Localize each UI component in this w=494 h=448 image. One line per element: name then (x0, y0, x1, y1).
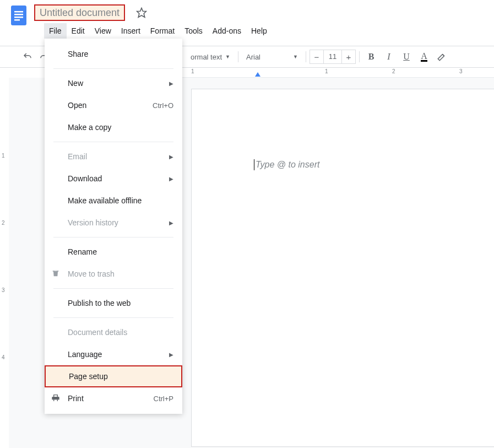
font-size-decrease[interactable]: − (310, 52, 323, 62)
menu-email[interactable]: Email▶ (45, 145, 182, 168)
menu-publish[interactable]: Publish to the web (45, 292, 182, 314)
svg-rect-2 (14, 14, 23, 15)
menu-format[interactable]: Format (145, 23, 180, 39)
insert-placeholder: Type @ to insert (256, 160, 319, 170)
ruler-num: 4 (2, 354, 5, 360)
text-caret (254, 159, 254, 170)
separator (53, 237, 173, 238)
separator (306, 51, 306, 62)
separator (53, 68, 173, 69)
separator (359, 51, 360, 62)
separator (53, 142, 173, 142)
shortcut-text: Ctrl+P (154, 395, 173, 403)
styles-label: ormal text (191, 53, 222, 61)
menu-page-setup[interactable]: Page setup (45, 365, 182, 387)
ruler-num: 2 (2, 220, 5, 226)
chevron-right-icon: ▶ (169, 154, 173, 160)
ruler-num: 2 (392, 68, 395, 74)
menu-version-history[interactable]: Version history▶ (45, 212, 182, 234)
undo-icon[interactable] (20, 49, 35, 64)
font-size-stepper: − 11 + (310, 50, 356, 64)
chevron-down-icon: ▼ (293, 54, 298, 60)
menu-doc-details[interactable]: Document details (45, 321, 182, 343)
docs-logo[interactable] (8, 4, 30, 26)
document-title[interactable]: Untitled document (34, 4, 125, 21)
menu-bar: File Edit View Insert Format Tools Add-o… (44, 23, 272, 39)
menu-share[interactable]: Share (45, 43, 182, 65)
menu-insert[interactable]: Insert (116, 23, 145, 39)
chevron-right-icon: ▶ (169, 220, 173, 226)
highlighter-icon[interactable] (433, 49, 450, 64)
print-icon (51, 393, 60, 404)
menu-language[interactable]: Language▶ (45, 343, 182, 365)
font-label: Arial (246, 53, 260, 61)
ruler-num: 3 (2, 287, 5, 293)
chevron-right-icon: ▶ (169, 352, 173, 358)
trash-icon (51, 269, 60, 279)
svg-rect-0 (11, 6, 26, 25)
chevron-right-icon: ▶ (169, 176, 173, 182)
menu-rename[interactable]: Rename (45, 241, 182, 263)
page[interactable]: Type @ to insert (191, 89, 494, 447)
svg-marker-5 (137, 8, 146, 18)
menu-new[interactable]: New▶ (45, 72, 182, 94)
ruler-num: 1 (2, 153, 5, 159)
menu-offline[interactable]: Make available offline (45, 190, 182, 212)
menu-view[interactable]: View (90, 23, 116, 39)
menu-file[interactable]: File (44, 23, 67, 39)
separator (238, 51, 238, 62)
menu-help[interactable]: Help (246, 23, 272, 39)
font-dropdown[interactable]: Arial ▼ (242, 49, 302, 64)
underline-button[interactable]: U (398, 49, 415, 64)
menu-move-trash[interactable]: Move to trash (45, 263, 182, 285)
svg-rect-3 (14, 17, 23, 18)
shortcut-text: Ctrl+O (153, 101, 173, 110)
italic-button[interactable]: I (381, 49, 397, 64)
text-color-button[interactable]: A (416, 49, 432, 64)
star-icon[interactable] (134, 5, 149, 20)
font-size-increase[interactable]: + (342, 52, 355, 62)
vertical-ruler[interactable]: 1 2 3 4 (0, 78, 9, 448)
menu-tools[interactable]: Tools (180, 23, 208, 39)
separator (53, 317, 173, 318)
separator (53, 288, 173, 289)
menu-open[interactable]: OpenCtrl+O (45, 94, 182, 116)
svg-rect-1 (14, 11, 23, 13)
ruler-num: 1 (191, 68, 194, 74)
styles-dropdown[interactable]: ormal text ▼ (186, 49, 235, 64)
menu-download[interactable]: Download▶ (45, 168, 182, 190)
file-dropdown: Share New▶ OpenCtrl+O Make a copy Email▶… (45, 39, 182, 414)
menu-addons[interactable]: Add-ons (208, 23, 246, 39)
bold-button[interactable]: B (363, 49, 379, 64)
font-size-value[interactable]: 11 (323, 50, 342, 63)
ruler-num: 3 (459, 68, 463, 74)
ruler-num: 1 (325, 68, 328, 74)
indent-marker-icon[interactable] (255, 72, 260, 77)
menu-print[interactable]: Print Ctrl+P (45, 387, 182, 409)
chevron-down-icon: ▼ (225, 54, 230, 60)
chevron-right-icon: ▶ (169, 80, 173, 87)
svg-rect-4 (14, 19, 20, 21)
menu-edit[interactable]: Edit (67, 23, 90, 39)
menu-make-copy[interactable]: Make a copy (45, 116, 182, 138)
